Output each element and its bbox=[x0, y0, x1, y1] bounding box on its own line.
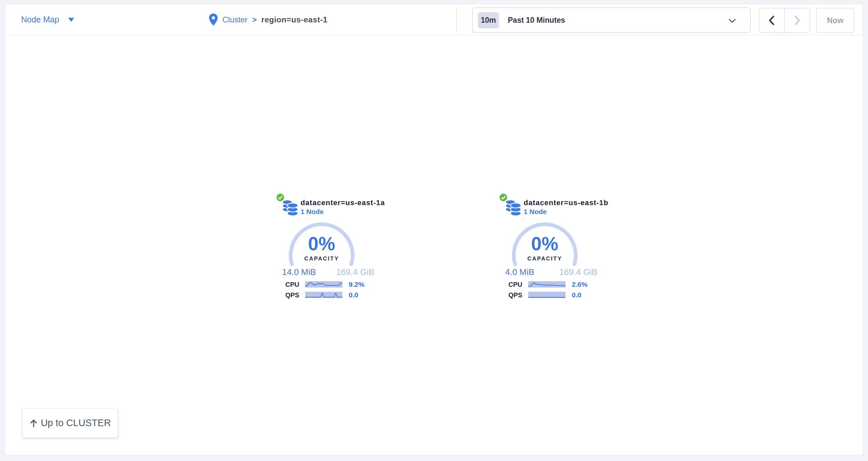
qps-sparkline-path bbox=[305, 293, 342, 297]
qps-sparkline bbox=[305, 292, 342, 298]
breadcrumb-separator: > bbox=[252, 15, 257, 24]
breadcrumb-cluster-link[interactable]: Cluster bbox=[222, 15, 247, 24]
datacenter-title: datacenter=us-east-1b bbox=[524, 199, 608, 207]
caret-down-icon bbox=[68, 18, 74, 22]
now-button[interactable]: Now bbox=[816, 8, 854, 33]
node-map-page: Node Map Cluster > region=us-east-1 10m … bbox=[0, 0, 868, 461]
capacity-percent: 0% bbox=[511, 233, 578, 255]
datacenter-title: datacenter=us-east-1a bbox=[301, 199, 385, 207]
datacenter-node-count: 1 Node bbox=[524, 208, 547, 216]
qps-value: 0.0 bbox=[572, 291, 581, 299]
capacity-percent: 0% bbox=[288, 233, 355, 255]
map-content-area: datacenter=us-east-1a 1 Node 0% CAPACITY… bbox=[5, 35, 863, 455]
view-selector-label: Node Map bbox=[21, 15, 59, 24]
healthy-check-icon bbox=[499, 193, 508, 202]
up-to-cluster-label: Up to CLUSTER bbox=[41, 418, 111, 428]
datacenter-node-count: 1 Node bbox=[301, 208, 323, 216]
healthy-check-icon bbox=[276, 193, 285, 202]
time-nav-arrows bbox=[759, 8, 810, 33]
cpu-label: CPU bbox=[500, 281, 522, 289]
time-window-label: Past 10 Minutes bbox=[508, 16, 565, 25]
time-window-dropdown[interactable]: 10m Past 10 Minutes bbox=[472, 7, 751, 33]
database-stack-icon bbox=[505, 199, 522, 218]
qps-sparkline bbox=[528, 292, 565, 298]
chevron-right-icon bbox=[794, 15, 801, 26]
database-stack-icon bbox=[282, 199, 299, 218]
time-prev-button[interactable] bbox=[759, 8, 785, 33]
time-next-button[interactable] bbox=[785, 8, 810, 33]
cpu-value: 9.2% bbox=[349, 281, 365, 289]
up-to-cluster-button[interactable]: Up to CLUSTER bbox=[23, 408, 118, 438]
capacity-used-value: 14.0 MiB bbox=[282, 267, 316, 277]
view-selector-dropdown[interactable]: Node Map bbox=[21, 4, 74, 35]
map-pin-icon bbox=[209, 13, 218, 26]
cpu-label: CPU bbox=[277, 281, 299, 289]
time-window-badge: 10m bbox=[478, 12, 499, 28]
qps-label: QPS bbox=[500, 291, 522, 299]
breadcrumb-current-region: region=us-east-1 bbox=[261, 15, 328, 24]
capacity-total-value: 169.4 GiB bbox=[559, 267, 597, 277]
capacity-values-row: 14.0 MiB 169.4 GiB bbox=[282, 267, 374, 277]
capacity-label: CAPACITY bbox=[288, 256, 355, 262]
chevron-left-icon bbox=[769, 15, 775, 26]
breadcrumb: Cluster > region=us-east-1 bbox=[209, 4, 328, 35]
chevron-down-icon bbox=[728, 19, 736, 24]
arrow-up-icon bbox=[30, 419, 37, 427]
cpu-sparkline bbox=[305, 281, 342, 288]
cpu-value: 2.6% bbox=[572, 281, 588, 289]
capacity-label: CAPACITY bbox=[511, 256, 578, 262]
cpu-sparkline bbox=[528, 281, 565, 288]
cpu-sparkline-path bbox=[528, 283, 565, 286]
qps-label: QPS bbox=[277, 291, 299, 299]
capacity-values-row: 4.0 MiB 169.4 GiB bbox=[505, 267, 597, 277]
qps-value: 0.0 bbox=[349, 291, 358, 299]
datacenter-card-us-east-1b[interactable]: datacenter=us-east-1b 1 Node 0% CAPACITY… bbox=[497, 190, 636, 332]
capacity-total-value: 169.4 GiB bbox=[336, 267, 374, 277]
datacenter-card-us-east-1a[interactable]: datacenter=us-east-1a 1 Node 0% CAPACITY… bbox=[274, 190, 412, 332]
capacity-used-value: 4.0 MiB bbox=[505, 267, 534, 277]
header-bar: Node Map Cluster > region=us-east-1 10m … bbox=[5, 4, 863, 35]
cpu-sparkline-path bbox=[305, 283, 342, 286]
